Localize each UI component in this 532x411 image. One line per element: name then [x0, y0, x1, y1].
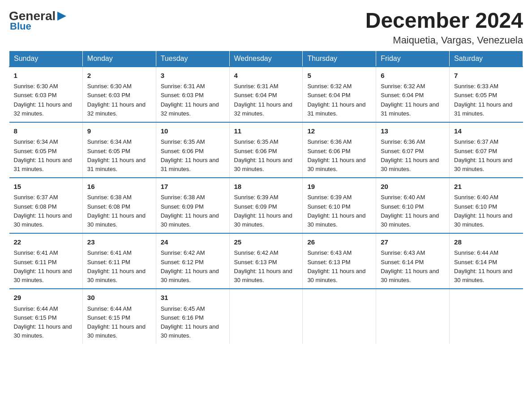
page-subtitle: Maiquetia, Vargas, Venezuela	[365, 34, 523, 46]
day-sun-info: Sunrise: 6:44 AMSunset: 6:15 PMDaylight:…	[14, 305, 72, 339]
day-number: 16	[87, 182, 151, 192]
calendar-cell: 13Sunrise: 6:36 AMSunset: 6:07 PMDayligh…	[376, 122, 450, 178]
day-number: 9	[87, 126, 151, 137]
day-number: 14	[454, 126, 518, 137]
day-number: 22	[14, 237, 78, 248]
calendar-table: SundayMondayTuesdayWednesdayThursdayFrid…	[9, 51, 523, 344]
day-number: 6	[381, 71, 445, 81]
calendar-week-1: 1Sunrise: 6:30 AMSunset: 6:03 PMDaylight…	[9, 67, 523, 122]
calendar-cell: 5Sunrise: 6:32 AMSunset: 6:04 PMDaylight…	[303, 67, 376, 122]
calendar-cell	[376, 289, 450, 344]
day-number: 19	[307, 182, 371, 192]
calendar-cell: 18Sunrise: 6:39 AMSunset: 6:09 PMDayligh…	[229, 178, 303, 233]
calendar-cell: 1Sunrise: 6:30 AMSunset: 6:03 PMDaylight…	[9, 67, 83, 122]
day-number: 29	[14, 293, 78, 303]
day-sun-info: Sunrise: 6:44 AMSunset: 6:14 PMDaylight:…	[454, 249, 512, 283]
day-number: 18	[234, 182, 298, 192]
day-sun-info: Sunrise: 6:34 AMSunset: 6:05 PMDaylight:…	[14, 138, 72, 172]
calendar-week-3: 15Sunrise: 6:37 AMSunset: 6:08 PMDayligh…	[9, 178, 523, 233]
calendar-cell: 19Sunrise: 6:39 AMSunset: 6:10 PMDayligh…	[303, 178, 376, 233]
calendar-cell: 30Sunrise: 6:44 AMSunset: 6:15 PMDayligh…	[82, 289, 156, 344]
day-number: 17	[161, 182, 225, 192]
calendar-week-4: 22Sunrise: 6:41 AMSunset: 6:11 PMDayligh…	[9, 233, 523, 289]
day-sun-info: Sunrise: 6:39 AMSunset: 6:09 PMDaylight:…	[234, 194, 292, 227]
day-sun-info: Sunrise: 6:40 AMSunset: 6:10 PMDaylight:…	[381, 194, 439, 227]
calendar-cell: 24Sunrise: 6:42 AMSunset: 6:12 PMDayligh…	[156, 233, 229, 289]
day-sun-info: Sunrise: 6:32 AMSunset: 6:04 PMDaylight:…	[307, 83, 365, 116]
calendar-cell	[229, 289, 303, 344]
day-sun-info: Sunrise: 6:37 AMSunset: 6:07 PMDaylight:…	[454, 138, 512, 172]
day-sun-info: Sunrise: 6:43 AMSunset: 6:13 PMDaylight:…	[307, 249, 365, 283]
day-sun-info: Sunrise: 6:44 AMSunset: 6:15 PMDaylight:…	[87, 305, 146, 339]
day-sun-info: Sunrise: 6:35 AMSunset: 6:06 PMDaylight:…	[161, 138, 219, 172]
day-number: 30	[87, 293, 151, 303]
day-sun-info: Sunrise: 6:36 AMSunset: 6:06 PMDaylight:…	[307, 138, 365, 172]
calendar-cell: 22Sunrise: 6:41 AMSunset: 6:11 PMDayligh…	[9, 233, 83, 289]
day-number: 31	[161, 293, 225, 303]
calendar-cell: 23Sunrise: 6:41 AMSunset: 6:11 PMDayligh…	[82, 233, 156, 289]
logo: General Blue	[9, 9, 68, 32]
day-of-week-sunday: Sunday	[9, 51, 83, 67]
day-of-week-saturday: Saturday	[450, 51, 523, 67]
calendar-week-2: 8Sunrise: 6:34 AMSunset: 6:05 PMDaylight…	[9, 122, 523, 178]
day-sun-info: Sunrise: 6:35 AMSunset: 6:06 PMDaylight:…	[234, 138, 292, 172]
day-sun-info: Sunrise: 6:40 AMSunset: 6:10 PMDaylight:…	[454, 194, 512, 227]
calendar-cell: 28Sunrise: 6:44 AMSunset: 6:14 PMDayligh…	[450, 233, 523, 289]
day-number: 21	[454, 182, 518, 192]
calendar-cell: 14Sunrise: 6:37 AMSunset: 6:07 PMDayligh…	[450, 122, 523, 178]
day-sun-info: Sunrise: 6:36 AMSunset: 6:07 PMDaylight:…	[381, 138, 439, 172]
day-sun-info: Sunrise: 6:42 AMSunset: 6:13 PMDaylight:…	[234, 249, 292, 283]
calendar-cell	[450, 289, 523, 344]
day-sun-info: Sunrise: 6:30 AMSunset: 6:03 PMDaylight:…	[14, 83, 72, 116]
day-sun-info: Sunrise: 6:31 AMSunset: 6:03 PMDaylight:…	[161, 83, 219, 116]
day-number: 15	[14, 182, 78, 192]
calendar-cell: 2Sunrise: 6:30 AMSunset: 6:03 PMDaylight…	[82, 67, 156, 122]
calendar-header: SundayMondayTuesdayWednesdayThursdayFrid…	[9, 51, 523, 67]
day-sun-info: Sunrise: 6:45 AMSunset: 6:16 PMDaylight:…	[161, 305, 219, 339]
page-header: General Blue December 2024 Maiquetia, Va…	[9, 9, 523, 46]
days-of-week-row: SundayMondayTuesdayWednesdayThursdayFrid…	[9, 51, 523, 67]
calendar-cell: 29Sunrise: 6:44 AMSunset: 6:15 PMDayligh…	[9, 289, 83, 344]
logo-blue-text: Blue	[10, 21, 31, 32]
day-number: 2	[87, 71, 151, 81]
calendar-cell: 8Sunrise: 6:34 AMSunset: 6:05 PMDaylight…	[9, 122, 83, 178]
calendar-cell: 10Sunrise: 6:35 AMSunset: 6:06 PMDayligh…	[156, 122, 229, 178]
calendar-cell: 12Sunrise: 6:36 AMSunset: 6:06 PMDayligh…	[303, 122, 376, 178]
day-of-week-monday: Monday	[82, 51, 156, 67]
day-number: 7	[454, 71, 518, 81]
calendar-cell: 25Sunrise: 6:42 AMSunset: 6:13 PMDayligh…	[229, 233, 303, 289]
day-number: 26	[307, 237, 371, 248]
logo-arrow-icon	[56, 10, 68, 22]
calendar-cell: 15Sunrise: 6:37 AMSunset: 6:08 PMDayligh…	[9, 178, 83, 233]
day-number: 1	[14, 71, 78, 81]
day-number: 8	[14, 126, 78, 137]
calendar-cell: 11Sunrise: 6:35 AMSunset: 6:06 PMDayligh…	[229, 122, 303, 178]
day-number: 11	[234, 126, 298, 137]
day-sun-info: Sunrise: 6:39 AMSunset: 6:10 PMDaylight:…	[307, 194, 365, 227]
day-of-week-thursday: Thursday	[303, 51, 376, 67]
day-number: 10	[161, 126, 225, 137]
day-sun-info: Sunrise: 6:41 AMSunset: 6:11 PMDaylight:…	[14, 249, 72, 283]
day-number: 25	[234, 237, 298, 248]
day-number: 20	[381, 182, 445, 192]
calendar-cell: 4Sunrise: 6:31 AMSunset: 6:04 PMDaylight…	[229, 67, 303, 122]
calendar-cell: 9Sunrise: 6:34 AMSunset: 6:05 PMDaylight…	[82, 122, 156, 178]
day-sun-info: Sunrise: 6:42 AMSunset: 6:12 PMDaylight:…	[161, 249, 219, 283]
calendar-cell: 6Sunrise: 6:32 AMSunset: 6:04 PMDaylight…	[376, 67, 450, 122]
day-number: 24	[161, 237, 225, 248]
svg-marker-0	[57, 12, 66, 21]
title-block: December 2024 Maiquetia, Vargas, Venezue…	[365, 9, 523, 46]
day-sun-info: Sunrise: 6:43 AMSunset: 6:14 PMDaylight:…	[381, 249, 439, 283]
day-number: 23	[87, 237, 151, 248]
calendar-cell: 7Sunrise: 6:33 AMSunset: 6:05 PMDaylight…	[450, 67, 523, 122]
calendar-cell: 17Sunrise: 6:38 AMSunset: 6:09 PMDayligh…	[156, 178, 229, 233]
day-number: 12	[307, 126, 371, 137]
day-sun-info: Sunrise: 6:33 AMSunset: 6:05 PMDaylight:…	[454, 83, 512, 116]
day-sun-info: Sunrise: 6:41 AMSunset: 6:11 PMDaylight:…	[87, 249, 146, 283]
day-of-week-friday: Friday	[376, 51, 450, 67]
day-number: 28	[454, 237, 518, 248]
calendar-week-5: 29Sunrise: 6:44 AMSunset: 6:15 PMDayligh…	[9, 289, 523, 344]
day-number: 13	[381, 126, 445, 137]
day-number: 27	[381, 237, 445, 248]
day-sun-info: Sunrise: 6:32 AMSunset: 6:04 PMDaylight:…	[381, 83, 439, 116]
